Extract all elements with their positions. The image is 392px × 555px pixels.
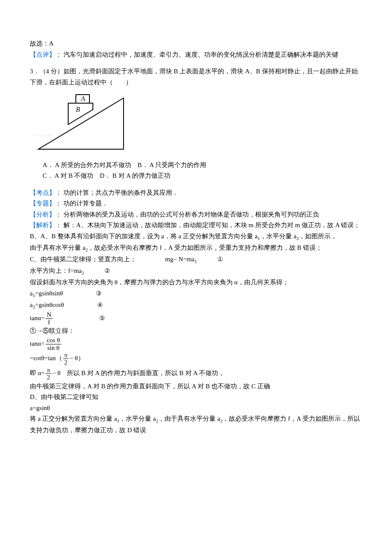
frac-sin: sin θ (46, 344, 61, 352)
jiexi-l1: ： 解：A、木块向下加速运动，故动能增加，由动能定理可知，木块 m 所受合外力对… (55, 222, 360, 228)
jiexi-l8b: =gsinθcosθ (35, 301, 64, 308)
jiexi-l12b: − θ） (69, 355, 84, 361)
jiexi-l7a: a (30, 290, 33, 297)
fenxi-label: 【分析】 (30, 211, 55, 218)
zhuanti-label: 【专题】 (30, 200, 55, 207)
jiexi-line-12: =cotθ=tan（π2− θ） (30, 351, 362, 366)
fenxi-line: 【分析】： 分析两物体的受力及运动，由功的公式可分析各力对物体是否做功，根据夹角… (30, 209, 362, 220)
jiexi-line-17: 将 a 正交分解为竖直方向分量 a1，水平分量 a2，由于具有水平分量 a2，故… (30, 413, 362, 436)
jiexi-l11a: tanα= (30, 340, 45, 347)
frac-cos: cos θ (46, 337, 61, 344)
fenxi-text: ： 分析两物体的受力及运动，由功的公式可分析各力对物体是否做功，根据夹角可判功的… (55, 211, 319, 218)
svg-marker-1 (68, 103, 93, 124)
jiexi-l3a: 由于具有水平分量 a (30, 244, 85, 251)
incline-diagram-svg: A B Jyeoo.com (34, 90, 128, 153)
jiexi-l9b: ⑤ (99, 315, 105, 321)
diagram-label-B: B (76, 106, 80, 113)
kaodian-label: 【考点】 (30, 189, 55, 196)
q3-diagram: A B Jyeoo.com (34, 90, 362, 157)
prev-comment-line: 【点评】： 汽车匀加速启动过程中，加速度、牵引力、速度、功率的变化情况分析清楚是… (30, 49, 362, 61)
jiexi-l7c: ③ (96, 290, 101, 297)
kaodian-line: 【考点】： 功的计算；共点力平衡的条件及其应用． (30, 188, 362, 199)
q3-options: A． A 所受的合外力对其不做功 B． A 只受两个力的作用 C． A 对 B … (43, 160, 362, 182)
jiexi-l8c: ④ (97, 301, 103, 308)
jiexi-l13b: − θ 所以 B 对 A 的作用力与斜面垂直，所以 B 对 A 不做功， (52, 370, 225, 376)
option-line-cd: C． A 对 B 不做功 D． B 对 A 的弹力做正功 (43, 171, 362, 182)
jiexi-line-5: 水平方向上：f=ma2 ② (30, 266, 362, 277)
frac-pi2-b: π2 (46, 367, 52, 381)
jiexi-line-13: 即 α=π2− θ 所以 B 对 A 的作用力与斜面垂直，所以 B 对 A 不做… (30, 366, 362, 381)
jiexi-l12a: =cotθ=tan（ (30, 355, 62, 361)
jiexi-l5a: 水平方向上：f=ma (30, 267, 82, 274)
frac-2-a: 2 (63, 359, 69, 366)
svg-marker-0 (38, 98, 124, 149)
jiexi-l2b: ，水平分量 a (260, 233, 296, 240)
jiexi-l17b: ，水平分量 a (119, 415, 156, 422)
jiexi-line-3: 由于具有水平分量 a2，故必受水平向右摩擦力 f，A 受力如图所示，受重力支持力… (30, 243, 362, 254)
jiexi-line-15: D、由牛顿第二定律可知 (30, 392, 362, 403)
zhuanti-text: ： 功的计算专题． (55, 200, 108, 207)
frac-pi-a: π (63, 352, 69, 359)
frac-pi-b: π (46, 367, 52, 374)
frac-f: f (46, 319, 53, 326)
jiexi-label: 【解析】 (30, 222, 55, 228)
jiexi-line-10: ①→⑤联立得： (30, 326, 362, 337)
jiexi-l4c: ① (217, 256, 223, 263)
sub-2c: 2 (82, 270, 84, 275)
jiexi-l3b: ，故必受水平向右摩擦力 f，A 受力如图所示，受重力支持力和摩擦力，故 B 错误… (88, 244, 322, 251)
jiexi-line-14: 由牛顿第三定律得，A 对 B 的作用力垂直斜面向下，所以 A 对 B 也不做功，… (30, 381, 362, 392)
diagram-watermark: Jyeoo.com (34, 133, 52, 137)
jiexi-l5b: ② (104, 267, 110, 274)
jiexi-l13a: 即 α= (30, 370, 45, 376)
comment-text: ： 汽车匀加速启动过程中，加速度、牵引力、速度、功率的变化情况分析清楚是正确解决… (55, 51, 338, 58)
zhuanti-line: 【专题】： 功的计算专题． (30, 198, 362, 209)
jiexi-l9a: tanα= (30, 315, 45, 321)
q3-stem: 3．（4 分）如图，光滑斜面固定于水平地面，滑块 B 上表面是水平的，滑块 A、… (30, 66, 362, 88)
frac-N-f: Nf (46, 311, 53, 326)
jiexi-l4b: mg− N=ma (165, 256, 195, 263)
option-line-ab: A． A 所受的合外力对其不做功 B． A 只受两个力的作用 (43, 160, 362, 171)
jiexi-line-1: 【解析】： 解：A、木块向下加速运动，故动能增加，由动能定理可知，木块 m 所受… (30, 220, 362, 231)
jiexi-line-8: a2=gsinθcosθ ④ (30, 300, 362, 311)
jiexi-l4a: C、由牛顿第二定律得；竖直方向上； (30, 256, 136, 263)
frac-2-b: 2 (46, 374, 52, 381)
comment-label: 【点评】 (30, 51, 55, 58)
jiexi-line-4: C、由牛顿第二定律得；竖直方向上； mg− N=ma1 ① (30, 254, 362, 266)
jiexi-line-7: a1=gsinθsinθ ③ (30, 288, 362, 300)
prev-answer-choice: 故选：A (30, 38, 362, 49)
jiexi-l2c: ，如图所示， (299, 233, 337, 240)
sub-1b: 1 (195, 259, 197, 264)
jiexi-line-6: 假设斜面与水平方向的夹角为 θ，摩擦力与弹力的合力与水平方向夹角为 α，由几何关… (30, 277, 362, 288)
jiexi-line-11: tanα=cos θsin θ (30, 337, 362, 352)
jiexi-l2a: B、A、B 整体具有沿斜面向下的加速度，设为 a，将 a 正交分解为竖直方向分量… (30, 233, 258, 240)
frac-N: N (46, 311, 53, 319)
frac-pi2-a: π2 (63, 352, 69, 366)
frac-cos-sin: cos θsin θ (46, 337, 61, 351)
jiexi-l17a: 将 a 正交分解为竖直方向分量 a (30, 415, 117, 422)
kaodian-text: ： 功的计算；共点力平衡的条件及其应用． (55, 189, 179, 196)
jiexi-line-9: tanα=Nf ⑤ (30, 311, 362, 326)
jiexi-l8a: a (30, 301, 33, 308)
document-body: 故选：A 【点评】： 汽车匀加速启动过程中，加速度、牵引力、速度、功率的变化情况… (30, 38, 362, 436)
jiexi-l17c: ，由于具有水平分量 a (158, 415, 220, 422)
diagram-label-A: A (81, 95, 85, 102)
jiexi-line-2: B、A、B 整体具有沿斜面向下的加速度，设为 a，将 a 正交分解为竖直方向分量… (30, 231, 362, 243)
jiexi-l7b: =gsinθsinθ (35, 290, 63, 297)
jiexi-line-16: a=gsinθ (30, 403, 362, 414)
